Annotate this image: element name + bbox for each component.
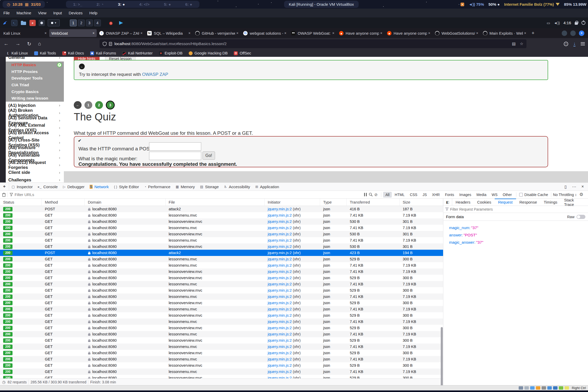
menubar-item[interactable]: Input [50,9,65,17]
browser-tab[interactable]: OWASP WebGoat: G × [289,29,336,37]
form-data-param[interactable]: magic_answer "37" [449,238,588,246]
tab-close-icon[interactable]: × [93,31,95,35]
request-type-filter[interactable]: Media [474,192,489,198]
browser-tab[interactable]: Main Exploits · WebG × [481,29,528,37]
request-panel-tab[interactable]: Cookies [474,199,495,206]
network-request-row[interactable]: 200 GET localhost:8080 lessonoverview.mv… [0,325,443,331]
initiator-link[interactable]: jquery.min.js:2 [268,351,292,355]
tab-close-icon[interactable]: × [284,31,286,35]
sidebar-lesson-item[interactable]: HTTP Basics ✔ [6,62,64,68]
sidebar-lesson-item[interactable]: HTTP Proxies ✔ [6,68,64,75]
column-header-method[interactable]: Method [42,199,85,206]
terminal-icon[interactable]: ›_ [11,20,17,26]
initiator-link[interactable]: jquery.min.js:2 [268,357,292,361]
audio-icon[interactable] [530,386,535,390]
host-workspace-item[interactable]: 6: ● [185,2,192,7]
network-request-row[interactable]: 200 GET localhost:8080 lessonmenu.mvc jq… [0,369,443,375]
close-button[interactable]: × [579,30,584,36]
screenshot-dropdown[interactable]: ▾ [48,19,60,26]
maximize-button[interactable] [570,30,576,36]
network-request-row[interactable]: 200 GET localhost:8080 lessonmenu.mvc jq… [0,281,443,287]
initiator-link[interactable]: jquery.min.js:2 [268,213,292,217]
tab-close-icon[interactable]: × [45,31,47,35]
initiator-link[interactable]: jquery.min.js:2 [268,307,292,311]
network-request-row[interactable]: 200 GET localhost:8080 lessonmenu.mvc jq… [0,225,443,231]
gear-icon[interactable]: ⚙ [577,192,586,197]
host-workspace-item[interactable]: 1: >_ [73,2,82,7]
initiator-link[interactable]: jquery.min.js:2 [268,332,292,336]
network-request-row[interactable]: 200 GET localhost:8080 lessonmenu.mvc jq… [0,331,443,337]
bookmark-item[interactable]: Kali Linux [3,51,31,55]
initiator-link[interactable]: jquery.min.js:2 [268,363,292,368]
bookmark-item[interactable]: Kali Forums [87,51,119,55]
raw-toggle[interactable] [577,215,585,219]
url-bar[interactable]: localhost:8080/WebGoat/start.mvc#lesson/… [100,39,526,48]
form-data-section-label[interactable]: Form data [446,215,464,219]
request-panel-tab[interactable]: Request [495,199,516,206]
request-type-filter[interactable]: Other [500,192,514,198]
network-icon[interactable] [536,386,540,390]
network-request-row[interactable]: 200 GET localhost:8080 lessonoverview.mv… [0,231,443,237]
page-number-button[interactable]: 1 [84,101,92,109]
owasp-zap-link[interactable]: OWASP ZAP [142,72,168,77]
vm-workspace-button[interactable]: 3 [86,20,93,26]
browser-tab[interactable]: GitHub - vernjan/we × [193,29,241,37]
request-type-filter[interactable]: XHR [430,192,442,198]
reader-mode-icon[interactable]: ▤ [512,41,516,46]
browser-tab[interactable]: webgoat solutions - × [241,29,289,37]
initiator-link[interactable]: jquery.min.js:2 [268,270,292,274]
devtools-tool-tab[interactable]: Style Editor [111,183,142,191]
request-type-filter[interactable]: Fonts [443,192,456,198]
block-requests-icon[interactable]: ⊘ [374,192,378,197]
tab-close-icon[interactable]: × [140,31,143,35]
devtools-tool-tab[interactable]: Network [87,183,111,191]
minimize-button[interactable] [562,30,567,36]
stopwatch-icon[interactable]: ◷ [2,380,5,384]
initiator-link[interactable]: jquery.min.js:2 [268,295,292,299]
initiator-link[interactable]: jquery.min.js:2 [268,219,292,224]
network-request-row[interactable]: 200 GET localhost:8080 lessonoverview.mv… [0,350,443,356]
column-header-type[interactable]: Type [320,199,347,206]
bookmark-item[interactable]: Exploit-DB [156,51,186,55]
devtools-tool-tab[interactable]: Debugger [60,183,87,191]
back-icon[interactable]: ← [4,41,9,47]
filter-request-parameters-input[interactable] [450,207,586,211]
network-request-row[interactable]: 200 GET localhost:8080 lessonmenu.mvc jq… [0,344,443,350]
browser-tab[interactable]: Kali Linux × [1,29,49,37]
new-tab-button[interactable]: + [529,29,537,37]
display-icon[interactable]: ▭ [547,21,550,25]
usb-icon[interactable] [542,386,546,390]
pocket-icon[interactable]: ∨ [564,42,568,46]
initiator-link[interactable]: jquery.min.js:2 [268,257,292,261]
network-request-row[interactable]: 200 GET localhost:8080 lessonmenu.mvc jq… [0,212,443,218]
request-type-filter[interactable]: All [383,192,392,198]
initiator-link[interactable]: jquery.min.js:2 [268,370,292,374]
devtools-tool-tab[interactable]: Application [253,183,282,191]
request-type-filter[interactable]: Images [457,192,474,198]
devtools-tool-tab[interactable]: Inspector [9,183,35,191]
initiator-link[interactable]: jquery.min.js:2 [268,338,292,342]
go-button[interactable]: Go! [203,151,215,160]
request-type-filter[interactable]: CSS [407,192,420,198]
pick-element-icon[interactable]: ⌖ [0,183,9,191]
panel-toggle-icon[interactable]: ◧ [443,199,452,206]
clear-requests-icon[interactable] [2,193,6,197]
responsive-design-icon[interactable]: ▯ [562,184,569,189]
network-request-row[interactable]: 200 GET localhost:8080 lessonmenu.mvc jq… [0,262,443,268]
throttling-dropdown[interactable]: No Throttling↕ [553,193,577,197]
network-request-row[interactable]: 200 GET localhost:8080 lessonoverview.mv… [0,362,443,369]
vm-clock[interactable]: 4:16 [564,21,571,25]
network-request-row[interactable]: 200 GET localhost:8080 lessonoverview.mv… [0,243,443,250]
network-request-row[interactable]: 200 GET localhost:8080 lessonoverview.mv… [0,287,443,293]
browser-tab[interactable]: SQL – Wikipedia × [145,29,193,37]
form-data-param[interactable]: magic_num "37" [449,224,588,231]
network-request-row[interactable]: 200 GET localhost:8080 lessonmenu.mvc jq… [0,237,443,243]
network-request-row[interactable]: 200 POST localhost:8080 attack2 jquery.m… [0,206,443,212]
host-workspace-item[interactable]: 4: </> [139,2,149,7]
shield-icon[interactable] [103,42,107,46]
request-panel-tab[interactable]: Stack Trace [561,199,588,206]
column-header-domain[interactable]: Domain [85,199,166,206]
page-number-button[interactable]: 3 [106,101,115,109]
notification-icon[interactable] [461,3,464,6]
file-manager-icon[interactable] [20,20,27,26]
